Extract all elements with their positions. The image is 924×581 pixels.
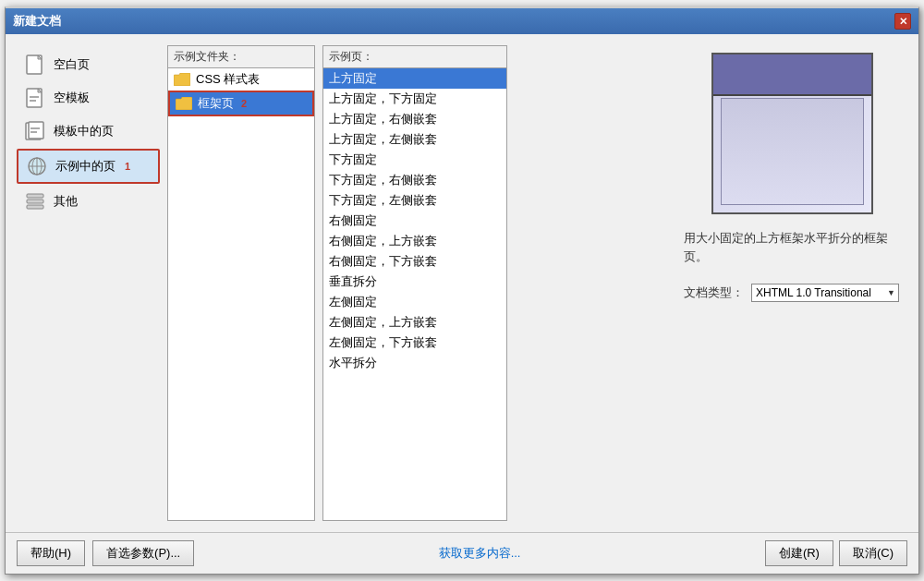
svg-rect-14 [27,194,43,198]
page-item-7[interactable]: 右侧固定 [323,211,506,231]
bottom-center: 获取更多内容... [194,545,765,562]
svg-rect-16 [27,205,43,209]
nav-item-blank-template[interactable]: 空模板 [17,82,160,114]
nav-item-template-page[interactable]: 模板中的页 [17,115,160,147]
page-item-12[interactable]: 左侧固定，上方嵌套 [323,312,506,333]
page-item-6[interactable]: 下方固定，左侧嵌套 [323,190,506,211]
title-bar: 新建文档 ✕ [6,8,918,34]
page-item-1[interactable]: 上方固定，下方固定 [323,89,506,109]
sample-page-icon [26,155,48,177]
page-item-14[interactable]: 水平拆分 [323,353,506,373]
folder-item-frameset[interactable]: 框架页 2 [168,91,314,116]
ok-button[interactable]: 创建(R) [765,540,833,566]
cancel-button[interactable]: 取消(C) [839,540,907,566]
svg-rect-8 [30,127,40,129]
help-button[interactable]: 帮助(H) [17,540,85,566]
page-item-4[interactable]: 下方固定 [323,150,506,170]
page-list: 上方固定 上方固定，下方固定 上方固定，右侧嵌套 上方固定，左侧嵌套 下方固定 … [323,68,506,520]
blank-page-icon [24,54,46,76]
page-item-11[interactable]: 左侧固定 [323,292,506,312]
new-document-dialog: 新建文档 ✕ 空白页 [5,6,919,575]
doc-type-select[interactable]: XHTML 1.0 Transitional XHTML 1.0 Strict … [751,284,899,302]
nav-label-sample-page: 示例中的页 [55,158,116,175]
page-item-8[interactable]: 右侧固定，上方嵌套 [323,231,506,251]
page-panel: 示例页： 上方固定 上方固定，下方固定 上方固定，右侧嵌套 上方固定，左侧嵌套 … [322,45,507,521]
nav-item-sample-page[interactable]: 示例中的页 1 [17,149,160,184]
title-bar-buttons: ✕ [894,13,911,30]
svg-rect-4 [30,96,39,98]
nav-label-template-page: 模板中的页 [54,123,114,139]
preview-description: 用大小固定的上方框架水平折分的框架页。 [684,229,900,265]
doc-type-row: 文档类型： XHTML 1.0 Transitional XHTML 1.0 S… [684,284,900,302]
preview-main-frame [721,98,864,205]
close-button[interactable]: ✕ [894,13,911,30]
doc-type-label: 文档类型： [684,284,744,301]
page-item-9[interactable]: 右侧固定，下方嵌套 [323,251,506,272]
folder-frameset-icon [176,97,192,110]
page-item-2[interactable]: 上方固定，右侧嵌套 [323,109,506,129]
folder-list: CSS 样式表 框架页 2 [168,68,314,520]
nav-label-blank-page: 空白页 [54,56,90,73]
right-panel: 用大小固定的上方框架水平折分的框架页。 文档类型： XHTML 1.0 Tran… [676,45,907,521]
dialog-title: 新建文档 [13,13,61,30]
folder-panel-header: 示例文件夹： [168,46,314,68]
bottom-right: 创建(R) 取消(C) [765,540,907,566]
nav-label-other: 其他 [54,193,78,210]
bottom-left: 帮助(H) 首选参数(P)... [17,540,194,566]
page-item-5[interactable]: 下方固定，右侧嵌套 [323,170,506,190]
page-item-3[interactable]: 上方固定，左侧嵌套 [323,129,506,150]
svg-rect-9 [30,131,37,133]
folder-item-css[interactable]: CSS 样式表 [168,68,314,91]
left-nav-panel: 空白页 空模板 [17,45,160,521]
svg-rect-15 [27,200,43,203]
template-page-icon [24,120,46,142]
folder-css-label: CSS 样式表 [196,71,260,88]
prefs-button[interactable]: 首选参数(P)... [92,540,194,566]
blank-template-icon [24,87,46,109]
preview-box [711,53,873,214]
other-icon [24,190,46,212]
nav-item-other[interactable]: 其他 [17,186,160,217]
page-item-10[interactable]: 垂直拆分 [323,272,506,292]
middle-section: 示例文件夹： CSS 样式表 [167,45,669,521]
sample-badge: 1 [125,161,130,172]
dialog-body: 空白页 空模板 [6,34,918,532]
bottom-bar: 帮助(H) 首选参数(P)... 获取更多内容... 创建(R) 取消(C) [6,532,918,574]
folder-panel: 示例文件夹： CSS 样式表 [167,45,315,521]
preview-top-frame [713,54,871,96]
nav-label-blank-template: 空模板 [54,90,90,106]
doc-type-select-wrapper: XHTML 1.0 Transitional XHTML 1.0 Strict … [751,284,899,302]
frameset-badge: 2 [241,98,247,109]
page-item-0[interactable]: 上方固定 [323,68,506,89]
page-item-13[interactable]: 左侧固定，下方嵌套 [323,333,506,353]
svg-rect-7 [29,122,43,139]
folder-frameset-label: 框架页 [198,95,234,112]
folder-css-icon [174,73,190,86]
svg-rect-5 [30,100,36,102]
get-more-link[interactable]: 获取更多内容... [439,546,521,560]
page-panel-header: 示例页： [323,46,506,68]
nav-item-blank-page[interactable]: 空白页 [17,49,160,80]
